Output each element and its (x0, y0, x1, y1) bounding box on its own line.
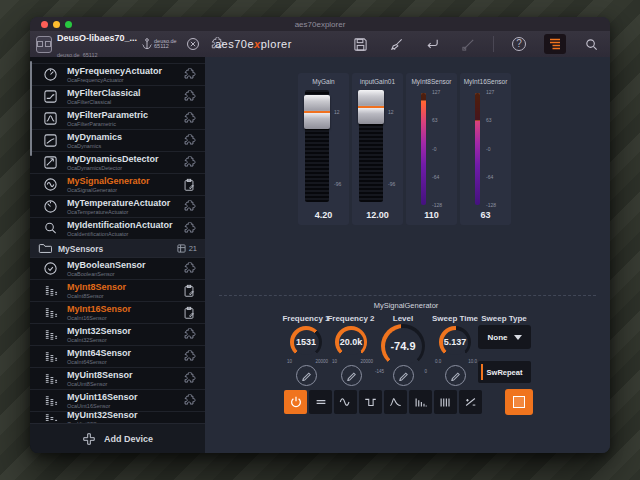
knob-value: 1531 (296, 337, 316, 347)
disconnect-icon[interactable] (186, 37, 200, 51)
frequency-gauge-icon (40, 66, 60, 84)
add-device-label: Add Device (104, 434, 153, 444)
minimize-window-button[interactable] (53, 21, 60, 28)
puzzle-icon[interactable] (181, 222, 197, 236)
sweep-repeat-label: SwRepeat (487, 368, 523, 377)
pink-noise-button[interactable] (409, 390, 432, 414)
clear-button[interactable] (385, 34, 407, 54)
edit-level-button[interactable] (393, 365, 414, 386)
stop-button[interactable] (505, 389, 533, 415)
sidebar-group-mysensors[interactable]: MySensors 21 (30, 240, 205, 258)
sweep-type-dropdown[interactable]: None (478, 325, 531, 349)
knob-frequency2[interactable]: 20.0k 10 20000 (335, 326, 367, 358)
help-button[interactable]: ? (508, 34, 530, 54)
sidebar-item-myfilterclassical[interactable]: MyFilterClassical OcaFilterClassical (30, 86, 205, 108)
item-subtitle: OcaUint16Sensor (67, 403, 174, 409)
tree-view-button[interactable] (544, 34, 566, 54)
item-title: MyFilterParametric (67, 110, 174, 120)
zoom-window-button[interactable] (65, 21, 72, 28)
draw-tool-button[interactable] (457, 34, 479, 54)
knob-min: -145 (375, 369, 384, 374)
sidebar-item-mybooleansensor[interactable]: MyBooleanSensor OcaBooleanSensor (30, 258, 205, 280)
edit-frequency2-button[interactable] (341, 365, 362, 386)
sidebar-item-myint8sensor[interactable]: MyInt8Sensor OcaInt8Sensor (30, 280, 205, 302)
search-button[interactable] (580, 34, 602, 54)
dropdown-label-sweeptype: Sweep Type (469, 314, 539, 323)
fader-tick: 12 (334, 109, 340, 115)
polarity-button[interactable] (459, 390, 482, 414)
puzzle-icon[interactable] (181, 200, 197, 214)
device-tab[interactable]: DeusO-libaes70_... deuso.de_65112 deuso.… (30, 28, 205, 60)
fader-value: 12.00 (352, 210, 403, 220)
list-item-ocadelay-partial[interactable]: OcaDelay (30, 57, 205, 64)
sidebar-item-mysignalgenerator[interactable]: MySignalGenerator OcaSignalGenerator (30, 174, 205, 196)
knob-frequency1[interactable]: 1531 10 20000 (290, 326, 322, 358)
clipboard-icon[interactable] (181, 178, 197, 192)
sidebar-item-myfrequencyactuator[interactable]: MyFrequencyActuator OcaFrequencyActuator (30, 64, 205, 86)
sidebar-item-myint64sensor[interactable]: MyInt64Sensor OcaInt64Sensor (30, 346, 205, 368)
item-subtitle: OcaFrequencyActuator (67, 77, 174, 83)
item-title: MyUint8Sensor (67, 370, 174, 380)
save-button[interactable] (349, 34, 371, 54)
meter-dim-overlay (475, 93, 480, 121)
meter-value: 63 (460, 210, 511, 220)
level-bars-icon (40, 304, 60, 322)
puzzle-icon[interactable] (181, 156, 197, 170)
puzzle-icon[interactable] (181, 112, 197, 126)
sidebar: OcaDelay MyFrequencyActuator OcaFrequenc… (30, 57, 205, 453)
power-button[interactable] (284, 390, 307, 414)
fader-tick: 12 (388, 109, 394, 115)
knob-max: 20000 (315, 359, 328, 364)
meter-myint8sensor (421, 93, 426, 205)
square-wave-button[interactable] (359, 390, 382, 414)
knob-value: 5.137 (444, 337, 467, 347)
sidebar-item-myuint8sensor[interactable]: MyUint8Sensor OcaUint8Sensor (30, 368, 205, 390)
sidebar-scrollbar[interactable] (30, 61, 32, 156)
fader-handle[interactable] (304, 95, 330, 129)
edit-sweeptime-button[interactable] (445, 365, 466, 386)
clipboard-icon[interactable] (181, 306, 197, 320)
sweep-repeat-button[interactable]: SwRepeat (478, 361, 531, 383)
waveform-button-row (284, 390, 482, 414)
clipboard-icon[interactable] (181, 284, 197, 298)
edit-frequency1-button[interactable] (296, 365, 317, 386)
item-subtitle: OcaInt8Sensor (67, 293, 174, 299)
toolbar-separator (493, 36, 494, 52)
sidebar-item-mytemperatureactuator[interactable]: MyTemperatureActuator OcaTemperatureActu… (30, 196, 205, 218)
knob-value: -74.9 (390, 340, 415, 352)
sidebar-item-myint16sensor[interactable]: MyInt16Sensor OcaInt16Sensor (30, 302, 205, 324)
puzzle-icon[interactable] (181, 350, 197, 364)
sidebar-item-myint32sensor[interactable]: MyInt32Sensor OcaInt32Sensor (30, 324, 205, 346)
white-noise-button[interactable] (434, 390, 457, 414)
puzzle-icon[interactable] (181, 394, 197, 408)
sidebar-item-myidentificationactuator[interactable]: MyIdentificationActuator OcaIdentificati… (30, 218, 205, 240)
puzzle-icon[interactable] (181, 68, 197, 82)
puzzle-icon[interactable] (181, 328, 197, 342)
puzzle-icon[interactable] (181, 90, 197, 104)
puzzle-icon[interactable] (181, 134, 197, 148)
stop-square-icon (513, 396, 525, 408)
add-device-button[interactable]: Add Device (30, 423, 205, 453)
fader-handle[interactable] (358, 90, 384, 124)
fader-inputgain01[interactable] (359, 90, 383, 202)
meter-label: MyInt16Sensor (460, 78, 511, 85)
close-window-button[interactable] (41, 21, 48, 28)
sine-wave-button[interactable] (334, 390, 357, 414)
dc-wave-button[interactable] (309, 390, 332, 414)
meter-scale: 12763-0-64-128 (432, 90, 442, 208)
sidebar-item-mydynamics[interactable]: MyDynamics OcaDynamics (30, 130, 205, 152)
fader-mygain[interactable] (305, 90, 329, 202)
item-title: MyInt8Sensor (67, 282, 174, 292)
knob-level[interactable]: -74.9 -145 0 (381, 324, 425, 368)
impulse-wave-button[interactable] (384, 390, 407, 414)
group-title: MySensors (58, 244, 171, 254)
filter-classical-icon (40, 88, 60, 106)
sidebar-item-myfilterparametric[interactable]: MyFilterParametric OcaFilterParametric (30, 108, 205, 130)
signal-generator-icon (40, 176, 60, 194)
return-button[interactable] (421, 34, 443, 54)
puzzle-icon[interactable] (181, 262, 197, 276)
sidebar-item-myuint16sensor[interactable]: MyUint16Sensor OcaUint16Sensor (30, 390, 205, 412)
knob-sweeptime[interactable]: 5.137 0.0 10.0 (439, 326, 471, 358)
sidebar-item-mydynamicsdetector[interactable]: MyDynamicsDetector OcaDynamicsDetector (30, 152, 205, 174)
puzzle-icon[interactable] (181, 372, 197, 386)
